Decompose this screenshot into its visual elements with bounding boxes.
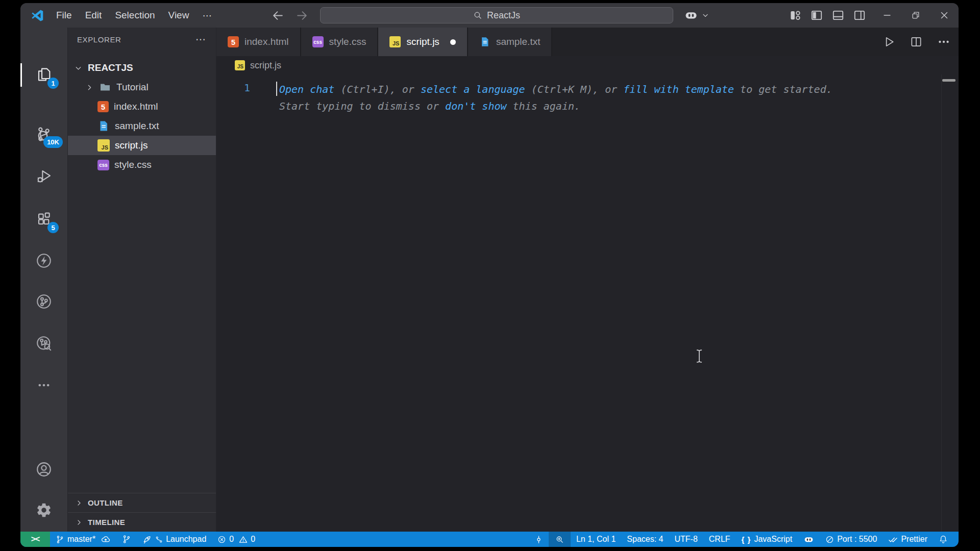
explorer-badge: 1 — [47, 78, 59, 89]
tree-item-style-css[interactable]: css style.css — [68, 155, 216, 174]
tree-item-index-html[interactable]: 5 index.html — [68, 97, 216, 116]
timeline-section[interactable]: TIMELINE — [68, 512, 216, 532]
search-input[interactable]: ReactJs — [320, 7, 673, 23]
select-language-link[interactable]: select a language — [421, 83, 525, 95]
cursor-position-item[interactable]: Ln 1, Col 1 — [571, 532, 621, 547]
activity-bar: 1 10K 5 — [20, 28, 68, 532]
launchpad-label: Launchpad — [166, 535, 206, 544]
live-server-port-item[interactable]: Port : 5500 — [820, 532, 883, 547]
outline-label: OUTLINE — [88, 498, 123, 507]
customize-layout-icon[interactable] — [789, 9, 802, 22]
tab-label: index.html — [244, 36, 289, 47]
search-icon — [473, 11, 482, 20]
tab-style-css[interactable]: css style.css — [301, 28, 379, 56]
braces-icon: { } — [742, 535, 751, 544]
js-file-icon: JS — [389, 36, 401, 47]
warnings-icon — [239, 535, 248, 544]
tab-script-js[interactable]: JS script.js — [378, 28, 468, 56]
double-check-icon — [888, 535, 898, 544]
extensions-icon[interactable]: 5 — [32, 207, 56, 231]
more-views-icon[interactable] — [32, 373, 56, 397]
explorer-icon[interactable]: 1 — [32, 62, 56, 87]
tree-item-script-js[interactable]: JS script.js — [68, 136, 216, 155]
txt-file-icon — [479, 36, 491, 47]
run-file-icon[interactable] — [882, 35, 895, 48]
account-icon[interactable] — [32, 457, 56, 482]
commit-icon — [534, 535, 543, 544]
tab-sample-txt[interactable]: sample.txt — [468, 28, 553, 56]
open-chat-link[interactable]: Open chat — [279, 83, 334, 95]
menu-selection[interactable]: Selection — [108, 7, 161, 24]
dont-show-link[interactable]: don't show — [445, 100, 506, 112]
folder-icon — [99, 81, 111, 93]
run-debug-icon[interactable] — [32, 164, 56, 188]
file-label: index.html — [114, 101, 158, 112]
outline-section[interactable]: OUTLINE — [68, 493, 216, 512]
eol: CRLF — [709, 535, 730, 544]
file-label: sample.txt — [115, 120, 159, 132]
source-control-icon[interactable]: 10K — [32, 122, 56, 146]
indentation: Spaces: 4 — [627, 535, 663, 544]
timeline-label: TIMELINE — [88, 518, 125, 527]
scrollbar-track[interactable] — [941, 74, 942, 532]
tree-item-sample-txt[interactable]: sample.txt — [68, 116, 216, 136]
vscode-window: File Edit Selection View ⋯ ReactJs — [20, 3, 959, 547]
editor-more-actions-icon[interactable] — [937, 35, 950, 48]
notifications-item[interactable] — [933, 532, 953, 547]
chevron-down-icon — [74, 64, 83, 72]
thunder-client-icon[interactable] — [32, 248, 56, 273]
git-graph-button[interactable] — [116, 532, 137, 547]
html-file-icon: 5 — [228, 36, 239, 47]
restore-button[interactable] — [901, 3, 930, 28]
commit-graph-button[interactable] — [529, 532, 549, 547]
git-search-view-icon[interactable] — [32, 331, 56, 356]
git-branch-icon — [56, 535, 64, 544]
prettier-item[interactable]: Prettier — [883, 532, 933, 547]
sidebar-title: EXPLORER — [77, 35, 121, 44]
toggle-secondary-sidebar-icon[interactable] — [853, 9, 866, 22]
tree-item-tutorial[interactable]: Tutorial — [68, 78, 216, 97]
status-bar: >< master* Launchpad 0 0 — [20, 532, 959, 547]
fill-template-link[interactable]: fill with template — [623, 83, 734, 95]
modified-dot-icon[interactable] — [450, 39, 456, 45]
tab-index-html[interactable]: 5 index.html — [216, 28, 301, 56]
explorer-more-actions-button[interactable]: ⋯ — [195, 33, 207, 45]
copilot-icon — [684, 8, 698, 22]
problems-item[interactable]: 0 0 — [212, 532, 261, 547]
git-graph-view-icon[interactable] — [32, 289, 56, 314]
title-bar: File Edit Selection View ⋯ ReactJs — [20, 3, 959, 28]
line-number: 1 — [216, 82, 250, 94]
remote-indicator[interactable]: >< — [20, 532, 50, 547]
launchpad-item[interactable]: Launchpad — [137, 532, 212, 547]
tab-label: style.css — [329, 36, 366, 47]
errors-icon — [217, 535, 226, 544]
html-file-icon: 5 — [97, 101, 109, 112]
language-mode-item[interactable]: { } JavaScript — [736, 532, 798, 547]
toggle-primary-sidebar-icon[interactable] — [810, 9, 823, 22]
menu-edit[interactable]: Edit — [79, 7, 109, 24]
breadcrumb-file[interactable]: script.js — [250, 60, 281, 71]
eol-item[interactable]: CRLF — [703, 532, 736, 547]
toggle-panel-icon[interactable] — [831, 9, 845, 22]
port-label: Port : 5500 — [837, 535, 877, 544]
menu-more-button[interactable]: ⋯ — [195, 7, 218, 24]
indentation-item[interactable]: Spaces: 4 — [621, 532, 669, 547]
encoding-item[interactable]: UTF-8 — [669, 532, 703, 547]
tree-root-reactjs[interactable]: REACTJS — [68, 58, 216, 78]
close-button[interactable] — [930, 3, 959, 28]
nav-back-icon[interactable] — [272, 9, 284, 22]
breadcrumb: JS script.js — [216, 56, 959, 74]
git-graph-icon — [122, 535, 131, 544]
editor[interactable]: 1 Open chat (Ctrl+I), or select a langua… — [216, 74, 959, 532]
settings-gear-icon[interactable] — [32, 498, 56, 522]
split-editor-icon[interactable] — [910, 35, 923, 48]
nav-forward-icon[interactable] — [296, 9, 308, 22]
ghost-text-line-1: Open chat (Ctrl+I), or select a language… — [279, 82, 832, 97]
zoom-status-button[interactable] — [549, 532, 571, 547]
copilot-status-button[interactable] — [798, 532, 820, 547]
menu-view[interactable]: View — [162, 7, 196, 24]
menu-file[interactable]: File — [50, 7, 79, 24]
minimize-button[interactable] — [873, 3, 901, 28]
git-branch-item[interactable]: master* — [50, 532, 116, 547]
copilot-menu[interactable] — [684, 3, 709, 28]
